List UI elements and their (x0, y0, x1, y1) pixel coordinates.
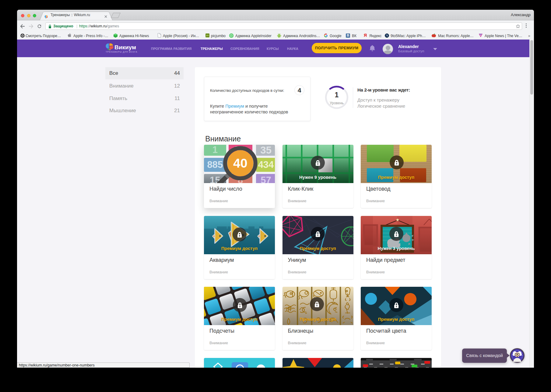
svg-text:40: 40 (233, 156, 247, 170)
